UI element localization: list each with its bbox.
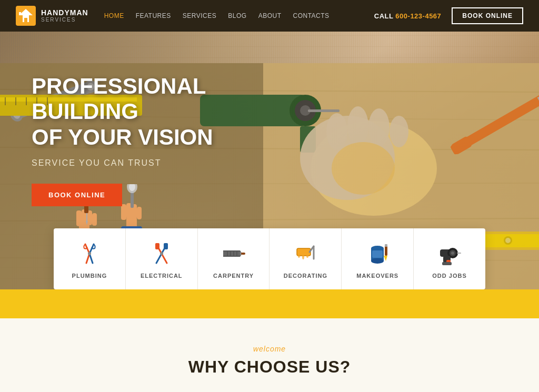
- services-bar: PLUMBING ELECTRICAL: [54, 228, 485, 289]
- svg-rect-4: [19, 12, 21, 15]
- service-makeovers[interactable]: MAKEOVERS: [342, 228, 414, 289]
- yellow-band: [0, 289, 539, 318]
- logo[interactable]: HANDYMAN SERVICES: [16, 6, 88, 26]
- logo-brand-name: HANDYMAN: [41, 9, 88, 17]
- why-section: welcome WHY CHOOSE US?: [0, 318, 539, 392]
- hero-content: PROFESSIONAL BUILDING OF YOUR VISION SER…: [0, 32, 274, 206]
- service-decorating[interactable]: DECORATING: [270, 228, 342, 289]
- hero-subtitle: SERVICE YOU CAN TRUST: [32, 158, 242, 168]
- svg-rect-58: [121, 204, 126, 220]
- svg-point-34: [347, 106, 368, 146]
- phone-number[interactable]: 600-123-4567: [395, 12, 441, 20]
- svg-rect-83: [241, 253, 245, 255]
- book-online-header-button[interactable]: BOOK ONLINE: [452, 7, 523, 24]
- header-right: CALL 600-123-4567 BOOK ONLINE: [374, 7, 523, 24]
- why-title: WHY CHOOSE US?: [32, 357, 507, 377]
- decorating-icon: [293, 241, 318, 266]
- book-online-hero-button[interactable]: BOOK ONLINE: [32, 184, 122, 206]
- nav-services[interactable]: SERVICES: [183, 12, 216, 19]
- svg-point-35: [368, 108, 390, 146]
- service-electrical[interactable]: ELECTRICAL: [126, 228, 198, 289]
- svg-point-93: [371, 258, 384, 264]
- logo-text: HANDYMAN SERVICES: [41, 9, 88, 23]
- main-nav: HOME FEATURES SERVICES BLOG ABOUT CONTAC…: [104, 12, 374, 19]
- welcome-label: welcome: [32, 345, 507, 353]
- service-carpentry[interactable]: CARPENTRY: [198, 228, 270, 289]
- svg-point-37: [332, 142, 395, 195]
- odd-jobs-label: ODD JOBS: [432, 273, 466, 279]
- svg-point-36: [390, 116, 408, 147]
- makeovers-icon: [365, 241, 390, 266]
- makeovers-label: MAKEOVERS: [356, 273, 398, 279]
- hero-title: PROFESSIONAL BUILDING OF YOUR VISION: [32, 74, 242, 150]
- svg-rect-77: [223, 252, 240, 256]
- nav-features[interactable]: FEATURES: [136, 12, 171, 19]
- svg-rect-55: [86, 213, 87, 221]
- svg-rect-102: [457, 253, 461, 254]
- svg-point-33: [326, 113, 347, 150]
- nav-blog[interactable]: BLOG: [228, 12, 246, 19]
- svg-marker-95: [384, 256, 387, 261]
- svg-point-75: [160, 252, 163, 255]
- hero-section: PROFESSIONAL BUILDING OF YOUR VISION SER…: [0, 32, 539, 289]
- svg-point-90: [306, 255, 308, 258]
- svg-rect-61: [137, 207, 142, 219]
- svg-rect-74: [164, 243, 168, 249]
- carpentry-icon: [221, 241, 246, 266]
- service-odd-jobs[interactable]: ODD JOBS: [414, 228, 485, 289]
- service-plumbing[interactable]: PLUMBING: [54, 228, 126, 289]
- svg-rect-51: [92, 213, 97, 226]
- svg-point-89: [302, 254, 304, 259]
- svg-rect-23: [308, 109, 340, 112]
- svg-rect-105: [442, 262, 452, 265]
- svg-point-70: [88, 252, 91, 255]
- odd-jobs-icon: [437, 241, 462, 266]
- logo-icon: [16, 6, 36, 26]
- carpentry-label: CARPENTRY: [213, 273, 254, 279]
- decorating-label: DECORATING: [284, 273, 327, 279]
- electrical-label: ELECTRICAL: [141, 273, 183, 279]
- site-header: HANDYMAN SERVICES HOME FEATURES SERVICES…: [0, 0, 539, 32]
- svg-rect-72: [155, 243, 159, 249]
- nav-contacts[interactable]: CONTACTS: [293, 12, 329, 19]
- call-label: CALL 600-123-4567: [374, 12, 442, 20]
- nav-home[interactable]: HOME: [104, 12, 124, 19]
- plumbing-label: PLUMBING: [72, 273, 107, 279]
- nav-about[interactable]: ABOUT: [258, 12, 282, 19]
- svg-rect-97: [372, 250, 383, 258]
- plumbing-icon: [77, 241, 102, 266]
- svg-point-101: [451, 252, 454, 255]
- svg-rect-48: [76, 210, 82, 226]
- svg-point-88: [298, 254, 300, 258]
- svg-rect-3: [24, 18, 27, 22]
- electrical-icon: [149, 241, 174, 266]
- logo-tagline: SERVICES: [41, 17, 88, 23]
- svg-rect-96: [385, 244, 387, 247]
